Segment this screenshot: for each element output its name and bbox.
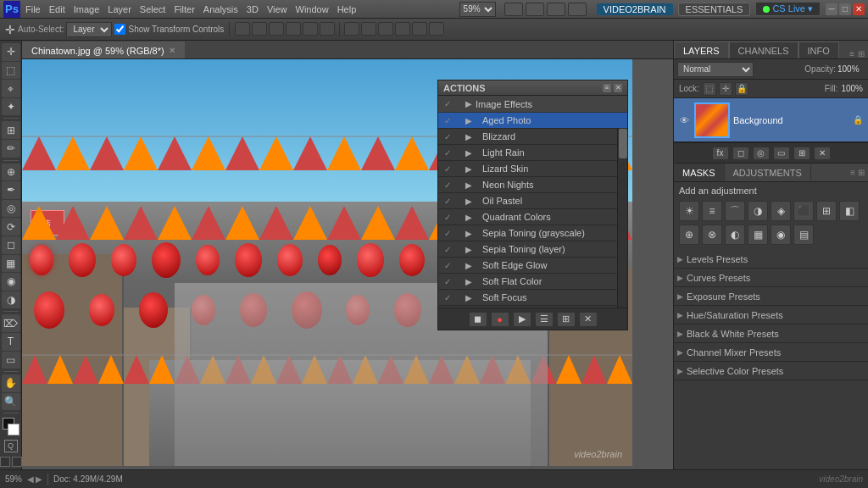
essentials-button[interactable]: ESSENTIALS xyxy=(678,3,751,16)
layer-fx-btn[interactable]: fx xyxy=(712,147,729,160)
adj-vibrance-icon[interactable]: ◈ xyxy=(771,201,791,221)
tab-close-btn[interactable]: ✕ xyxy=(169,46,175,55)
clone-tool[interactable]: ◎ xyxy=(2,200,20,218)
menu-layer[interactable]: Layer xyxy=(108,4,131,14)
zoom-select[interactable]: 59% xyxy=(459,2,496,17)
preset-levels[interactable]: ▶ Levels Presets xyxy=(674,250,868,269)
menu-select[interactable]: Select xyxy=(140,4,166,14)
adj-colorbalance-icon[interactable]: ⊞ xyxy=(816,201,837,221)
adj-hue-icon[interactable]: ⬛ xyxy=(793,201,814,221)
layer-group-btn[interactable]: ▭ xyxy=(773,147,790,160)
screen-fullscreen[interactable] xyxy=(12,457,22,467)
lasso-tool[interactable]: ⌖ xyxy=(2,80,20,97)
action-blizzard[interactable]: ✓ ▶ Blizzard xyxy=(438,129,627,145)
eye-icon[interactable]: 👁 xyxy=(680,115,689,125)
path-tool[interactable]: ⌦ xyxy=(2,314,20,332)
align-icon3[interactable] xyxy=(269,22,284,36)
masks-menu-btn[interactable]: ≡ xyxy=(850,168,855,177)
menu-analysis[interactable]: Analysis xyxy=(203,4,238,14)
masks-expand-btn[interactable]: ⊞ xyxy=(858,168,865,177)
action-lizard-skin[interactable]: ✓ ▶ Lizard Skin xyxy=(438,161,627,177)
menu-edit[interactable]: Edit xyxy=(49,4,65,14)
adj-channelmix-icon[interactable]: ⊗ xyxy=(702,225,722,245)
tab-layers[interactable]: LAYERS xyxy=(674,42,729,58)
distribute-icon3[interactable] xyxy=(378,22,393,36)
preset-exposure[interactable]: ▶ Exposure Presets xyxy=(674,287,868,306)
menu-filter[interactable]: Filter xyxy=(174,4,194,14)
background-color[interactable] xyxy=(8,424,19,435)
quick-mask-btn[interactable]: Q xyxy=(4,440,18,452)
marquee-tool[interactable]: ⬚ xyxy=(2,62,20,80)
distribute-icon4[interactable] xyxy=(395,22,410,36)
action-oil-pastel[interactable]: ✓ ▶ Oil Pastel xyxy=(438,193,627,209)
shape-tool[interactable]: ▭ xyxy=(2,352,20,369)
move-tool[interactable]: ✛ xyxy=(2,43,20,61)
tab-masks[interactable]: MASKS xyxy=(674,164,725,181)
healing-tool[interactable]: ⊕ xyxy=(2,164,20,181)
prev-arrow[interactable]: ◀ xyxy=(27,474,34,484)
brush-tool[interactable]: ✒ xyxy=(2,181,20,199)
actions-menu-btn[interactable]: ☰ xyxy=(535,312,554,327)
preset-selective-color[interactable]: ▶ Selective Color Presets xyxy=(674,362,868,380)
video2brain-button[interactable]: VIDEO2BRAIN xyxy=(597,3,673,15)
preset-channel-mixer[interactable]: ▶ Channel Mixer Presets xyxy=(674,343,868,362)
action-light-rain[interactable]: ✓ ▶ Light Rain xyxy=(438,145,627,161)
menu-help[interactable]: Help xyxy=(337,4,357,14)
record-btn[interactable]: ● xyxy=(491,312,509,327)
transform-controls-check[interactable] xyxy=(114,24,125,35)
action-quadrant-colors[interactable]: ✓ ▶ Quadrant Colors xyxy=(438,209,627,225)
align-icon6[interactable] xyxy=(320,22,335,36)
align-icon5[interactable] xyxy=(303,22,318,36)
lock-all-btn[interactable]: 🔒 xyxy=(735,82,748,96)
layer-delete-btn[interactable]: ✕ xyxy=(814,147,831,160)
transform-controls-label[interactable]: Show Transform Controls xyxy=(114,24,224,35)
play-btn[interactable]: ▶ xyxy=(513,312,531,327)
zoom-tool[interactable]: 🔍 xyxy=(2,393,20,411)
adj-brightness-icon[interactable]: ☀ xyxy=(679,201,699,221)
hand-tool[interactable]: ✋ xyxy=(2,374,20,392)
layers-panel-expand[interactable]: ⊞ xyxy=(858,49,868,58)
preset-curves[interactable]: ▶ Curves Presets xyxy=(674,269,868,287)
cs-live-button[interactable]: CS Live ▾ xyxy=(755,2,821,16)
panel-close-btn[interactable]: ✕ xyxy=(614,84,622,92)
distribute-icon2[interactable] xyxy=(361,22,376,36)
magic-wand-tool[interactable]: ✦ xyxy=(2,98,20,116)
action-neon-edges[interactable]: ✓ ▶ Neon Edges xyxy=(438,306,627,308)
menu-image[interactable]: Image xyxy=(74,4,100,14)
action-soft-flat-color[interactable]: ✓ ▶ Soft Flat Color xyxy=(438,274,627,290)
action-aged-photo[interactable]: ✓ ▶ Aged Photo xyxy=(438,113,627,129)
tab-info[interactable]: INFO xyxy=(798,42,839,58)
type-tool[interactable]: T xyxy=(2,333,20,351)
adj-photo-filter-icon[interactable]: ⊕ xyxy=(679,225,699,245)
new-action-btn[interactable]: ⊞ xyxy=(557,312,576,327)
menu-file[interactable]: File xyxy=(25,4,41,14)
distribute-icon6[interactable] xyxy=(429,22,444,36)
distribute-icon1[interactable] xyxy=(344,22,359,36)
background-layer-row[interactable]: 👁 Background 🔒 xyxy=(674,98,868,142)
action-soft-focus[interactable]: ✓ ▶ Soft Focus xyxy=(438,290,627,306)
minimize-button[interactable]: ─ xyxy=(826,3,837,15)
adj-bw-icon[interactable]: ◧ xyxy=(839,201,860,221)
align-icon1[interactable] xyxy=(235,22,250,36)
menu-window[interactable]: Window xyxy=(296,4,329,14)
preset-hue-sat[interactable]: ▶ Hue/Saturation Presets xyxy=(674,306,868,324)
actions-scrollbar[interactable] xyxy=(617,128,627,308)
adj-posterize-icon[interactable]: ▦ xyxy=(748,225,768,245)
menu-3d[interactable]: 3D xyxy=(247,4,259,14)
tab-adjustments[interactable]: ADJUSTMENTS xyxy=(725,164,811,181)
action-neon-nights[interactable]: ✓ ▶ Neon Nights xyxy=(438,177,627,193)
maximize-button[interactable]: □ xyxy=(839,3,851,15)
auto-select-dropdown[interactable]: Layer xyxy=(66,22,112,37)
eyedropper-tool[interactable]: ✏ xyxy=(2,140,20,158)
dodge-tool[interactable]: ◑ xyxy=(2,291,20,309)
next-arrow[interactable]: ▶ xyxy=(36,474,42,484)
align-icon2[interactable] xyxy=(252,22,267,36)
panel-menu-btn[interactable]: ≡ xyxy=(603,84,611,92)
adj-curves-icon[interactable]: ⌒ xyxy=(725,201,745,221)
layer-new-btn[interactable]: ⊞ xyxy=(793,147,810,160)
screen-normal[interactable] xyxy=(0,457,10,467)
blend-mode-select[interactable]: Normal xyxy=(677,62,754,77)
distribute-icon5[interactable] xyxy=(412,22,427,36)
gradient-tool[interactable]: ▦ xyxy=(2,255,20,273)
blur-tool[interactable]: ◉ xyxy=(2,273,20,291)
